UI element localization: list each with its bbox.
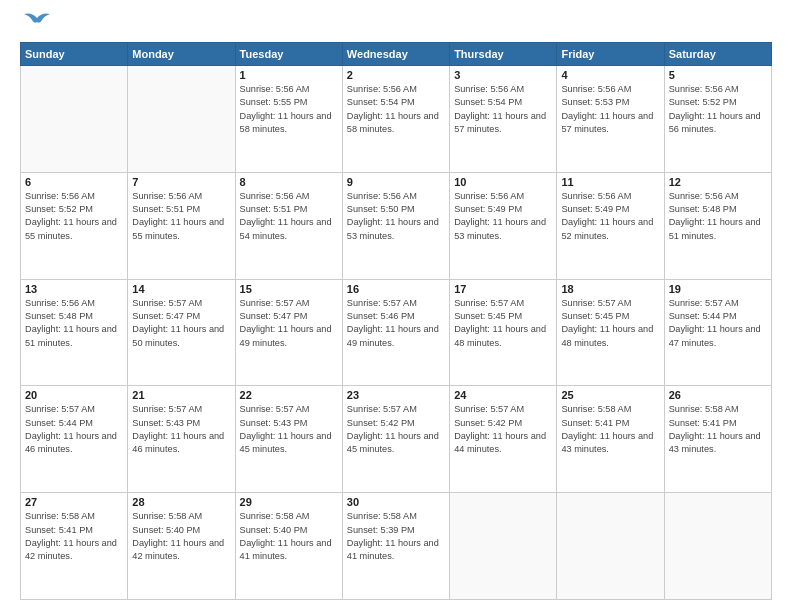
day-number: 9 bbox=[347, 176, 445, 188]
calendar-day: 2Sunrise: 5:56 AMSunset: 5:54 PMDaylight… bbox=[342, 66, 449, 173]
day-info: Sunrise: 5:57 AMSunset: 5:44 PMDaylight:… bbox=[669, 297, 767, 350]
calendar-day: 24Sunrise: 5:57 AMSunset: 5:42 PMDayligh… bbox=[450, 386, 557, 493]
day-number: 19 bbox=[669, 283, 767, 295]
day-info: Sunrise: 5:56 AMSunset: 5:54 PMDaylight:… bbox=[454, 83, 552, 136]
header bbox=[20, 18, 772, 32]
day-number: 5 bbox=[669, 69, 767, 81]
calendar-week-4: 20Sunrise: 5:57 AMSunset: 5:44 PMDayligh… bbox=[21, 386, 772, 493]
calendar-header-tuesday: Tuesday bbox=[235, 43, 342, 66]
day-number: 27 bbox=[25, 496, 123, 508]
day-info: Sunrise: 5:57 AMSunset: 5:45 PMDaylight:… bbox=[454, 297, 552, 350]
day-number: 14 bbox=[132, 283, 230, 295]
calendar-week-5: 27Sunrise: 5:58 AMSunset: 5:41 PMDayligh… bbox=[21, 493, 772, 600]
calendar-day bbox=[128, 66, 235, 173]
calendar-header-friday: Friday bbox=[557, 43, 664, 66]
calendar-day: 8Sunrise: 5:56 AMSunset: 5:51 PMDaylight… bbox=[235, 172, 342, 279]
logo-bird-icon bbox=[22, 10, 52, 32]
calendar-week-1: 1Sunrise: 5:56 AMSunset: 5:55 PMDaylight… bbox=[21, 66, 772, 173]
day-info: Sunrise: 5:56 AMSunset: 5:49 PMDaylight:… bbox=[561, 190, 659, 243]
day-number: 3 bbox=[454, 69, 552, 81]
calendar-day: 29Sunrise: 5:58 AMSunset: 5:40 PMDayligh… bbox=[235, 493, 342, 600]
day-info: Sunrise: 5:57 AMSunset: 5:46 PMDaylight:… bbox=[347, 297, 445, 350]
day-info: Sunrise: 5:56 AMSunset: 5:48 PMDaylight:… bbox=[25, 297, 123, 350]
calendar-day: 18Sunrise: 5:57 AMSunset: 5:45 PMDayligh… bbox=[557, 279, 664, 386]
calendar-header-thursday: Thursday bbox=[450, 43, 557, 66]
calendar-day: 16Sunrise: 5:57 AMSunset: 5:46 PMDayligh… bbox=[342, 279, 449, 386]
day-number: 13 bbox=[25, 283, 123, 295]
day-number: 11 bbox=[561, 176, 659, 188]
day-info: Sunrise: 5:56 AMSunset: 5:52 PMDaylight:… bbox=[669, 83, 767, 136]
calendar-day: 13Sunrise: 5:56 AMSunset: 5:48 PMDayligh… bbox=[21, 279, 128, 386]
day-info: Sunrise: 5:56 AMSunset: 5:49 PMDaylight:… bbox=[454, 190, 552, 243]
calendar-day: 15Sunrise: 5:57 AMSunset: 5:47 PMDayligh… bbox=[235, 279, 342, 386]
calendar-header-sunday: Sunday bbox=[21, 43, 128, 66]
calendar-day: 6Sunrise: 5:56 AMSunset: 5:52 PMDaylight… bbox=[21, 172, 128, 279]
day-info: Sunrise: 5:56 AMSunset: 5:51 PMDaylight:… bbox=[240, 190, 338, 243]
day-info: Sunrise: 5:57 AMSunset: 5:43 PMDaylight:… bbox=[132, 403, 230, 456]
calendar-week-3: 13Sunrise: 5:56 AMSunset: 5:48 PMDayligh… bbox=[21, 279, 772, 386]
logo bbox=[20, 18, 52, 32]
day-number: 29 bbox=[240, 496, 338, 508]
calendar-day: 14Sunrise: 5:57 AMSunset: 5:47 PMDayligh… bbox=[128, 279, 235, 386]
calendar-header-monday: Monday bbox=[128, 43, 235, 66]
calendar-day: 30Sunrise: 5:58 AMSunset: 5:39 PMDayligh… bbox=[342, 493, 449, 600]
day-number: 2 bbox=[347, 69, 445, 81]
calendar-day: 21Sunrise: 5:57 AMSunset: 5:43 PMDayligh… bbox=[128, 386, 235, 493]
day-number: 20 bbox=[25, 389, 123, 401]
day-number: 16 bbox=[347, 283, 445, 295]
day-info: Sunrise: 5:58 AMSunset: 5:40 PMDaylight:… bbox=[132, 510, 230, 563]
day-info: Sunrise: 5:57 AMSunset: 5:45 PMDaylight:… bbox=[561, 297, 659, 350]
day-info: Sunrise: 5:58 AMSunset: 5:41 PMDaylight:… bbox=[669, 403, 767, 456]
calendar-day: 10Sunrise: 5:56 AMSunset: 5:49 PMDayligh… bbox=[450, 172, 557, 279]
day-info: Sunrise: 5:58 AMSunset: 5:41 PMDaylight:… bbox=[561, 403, 659, 456]
calendar-day: 7Sunrise: 5:56 AMSunset: 5:51 PMDaylight… bbox=[128, 172, 235, 279]
calendar-day: 12Sunrise: 5:56 AMSunset: 5:48 PMDayligh… bbox=[664, 172, 771, 279]
day-number: 17 bbox=[454, 283, 552, 295]
calendar-header-saturday: Saturday bbox=[664, 43, 771, 66]
day-info: Sunrise: 5:57 AMSunset: 5:42 PMDaylight:… bbox=[347, 403, 445, 456]
day-number: 23 bbox=[347, 389, 445, 401]
calendar-table: SundayMondayTuesdayWednesdayThursdayFrid… bbox=[20, 42, 772, 600]
calendar-day bbox=[450, 493, 557, 600]
day-number: 8 bbox=[240, 176, 338, 188]
day-number: 26 bbox=[669, 389, 767, 401]
calendar-header-row: SundayMondayTuesdayWednesdayThursdayFrid… bbox=[21, 43, 772, 66]
page: SundayMondayTuesdayWednesdayThursdayFrid… bbox=[0, 0, 792, 612]
day-info: Sunrise: 5:56 AMSunset: 5:55 PMDaylight:… bbox=[240, 83, 338, 136]
day-info: Sunrise: 5:58 AMSunset: 5:39 PMDaylight:… bbox=[347, 510, 445, 563]
day-number: 7 bbox=[132, 176, 230, 188]
calendar-day: 17Sunrise: 5:57 AMSunset: 5:45 PMDayligh… bbox=[450, 279, 557, 386]
day-number: 18 bbox=[561, 283, 659, 295]
calendar-day: 28Sunrise: 5:58 AMSunset: 5:40 PMDayligh… bbox=[128, 493, 235, 600]
calendar-day: 19Sunrise: 5:57 AMSunset: 5:44 PMDayligh… bbox=[664, 279, 771, 386]
day-info: Sunrise: 5:56 AMSunset: 5:53 PMDaylight:… bbox=[561, 83, 659, 136]
calendar-week-2: 6Sunrise: 5:56 AMSunset: 5:52 PMDaylight… bbox=[21, 172, 772, 279]
calendar-day: 25Sunrise: 5:58 AMSunset: 5:41 PMDayligh… bbox=[557, 386, 664, 493]
day-number: 25 bbox=[561, 389, 659, 401]
day-info: Sunrise: 5:57 AMSunset: 5:43 PMDaylight:… bbox=[240, 403, 338, 456]
day-info: Sunrise: 5:57 AMSunset: 5:42 PMDaylight:… bbox=[454, 403, 552, 456]
day-number: 28 bbox=[132, 496, 230, 508]
calendar-day: 9Sunrise: 5:56 AMSunset: 5:50 PMDaylight… bbox=[342, 172, 449, 279]
calendar-day bbox=[557, 493, 664, 600]
day-info: Sunrise: 5:56 AMSunset: 5:48 PMDaylight:… bbox=[669, 190, 767, 243]
day-number: 4 bbox=[561, 69, 659, 81]
calendar-day: 3Sunrise: 5:56 AMSunset: 5:54 PMDaylight… bbox=[450, 66, 557, 173]
calendar-day: 11Sunrise: 5:56 AMSunset: 5:49 PMDayligh… bbox=[557, 172, 664, 279]
calendar-header-wednesday: Wednesday bbox=[342, 43, 449, 66]
day-number: 21 bbox=[132, 389, 230, 401]
day-info: Sunrise: 5:58 AMSunset: 5:41 PMDaylight:… bbox=[25, 510, 123, 563]
day-number: 15 bbox=[240, 283, 338, 295]
calendar-day bbox=[21, 66, 128, 173]
calendar-day bbox=[664, 493, 771, 600]
day-info: Sunrise: 5:56 AMSunset: 5:52 PMDaylight:… bbox=[25, 190, 123, 243]
day-number: 1 bbox=[240, 69, 338, 81]
calendar-day: 4Sunrise: 5:56 AMSunset: 5:53 PMDaylight… bbox=[557, 66, 664, 173]
calendar-day: 5Sunrise: 5:56 AMSunset: 5:52 PMDaylight… bbox=[664, 66, 771, 173]
calendar-day: 23Sunrise: 5:57 AMSunset: 5:42 PMDayligh… bbox=[342, 386, 449, 493]
day-info: Sunrise: 5:56 AMSunset: 5:54 PMDaylight:… bbox=[347, 83, 445, 136]
day-number: 22 bbox=[240, 389, 338, 401]
day-number: 30 bbox=[347, 496, 445, 508]
day-number: 10 bbox=[454, 176, 552, 188]
calendar-day: 1Sunrise: 5:56 AMSunset: 5:55 PMDaylight… bbox=[235, 66, 342, 173]
